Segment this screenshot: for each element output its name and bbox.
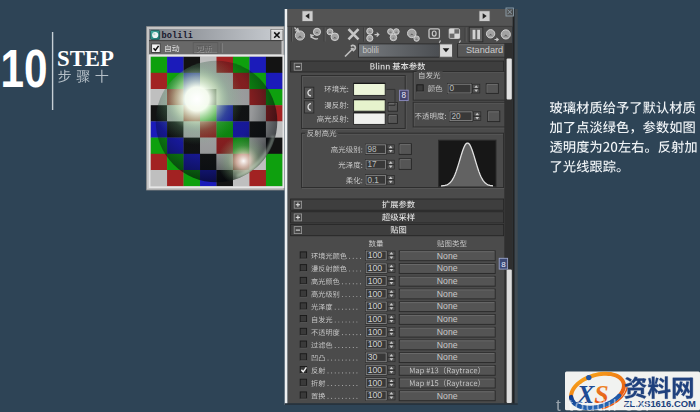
svg-text:100: 100 (368, 365, 383, 375)
svg-text:None: None (437, 263, 458, 273)
svg-text:100: 100 (368, 289, 383, 299)
svg-text:100: 100 (368, 263, 383, 273)
svg-text:100: 100 (368, 378, 383, 388)
svg-text:0: 0 (450, 84, 455, 93)
svg-text:None: None (437, 340, 458, 350)
svg-text:8: 8 (402, 91, 407, 100)
svg-text:17: 17 (368, 160, 378, 169)
svg-text:100: 100 (368, 327, 383, 337)
svg-text:100: 100 (368, 390, 383, 400)
svg-text:100: 100 (368, 250, 383, 260)
svg-text:t toudil col: t toudil col (556, 396, 651, 412)
svg-text:30: 30 (368, 352, 378, 362)
svg-text:100: 100 (368, 276, 383, 286)
svg-text:bolili: bolili (363, 46, 380, 55)
svg-text:None: None (437, 251, 458, 261)
svg-text:Standard: Standard (466, 45, 503, 55)
svg-text:None: None (437, 352, 458, 362)
svg-text:8: 8 (501, 260, 506, 269)
svg-text:None: None (437, 391, 458, 401)
svg-text:None: None (437, 276, 458, 286)
svg-text:bolili: bolili (162, 31, 194, 41)
svg-text:0.1: 0.1 (368, 176, 380, 185)
svg-text:98: 98 (368, 145, 378, 154)
svg-text:None: None (437, 314, 458, 324)
svg-text:STEP: STEP (57, 45, 114, 71)
svg-text:None: None (437, 301, 458, 311)
svg-text:10: 10 (1, 38, 48, 99)
svg-text:100: 100 (368, 339, 383, 349)
svg-text:100: 100 (368, 301, 383, 311)
svg-text:None: None (437, 289, 458, 299)
svg-text:None: None (437, 327, 458, 337)
svg-text:20: 20 (452, 112, 462, 121)
svg-text:100: 100 (368, 314, 383, 324)
